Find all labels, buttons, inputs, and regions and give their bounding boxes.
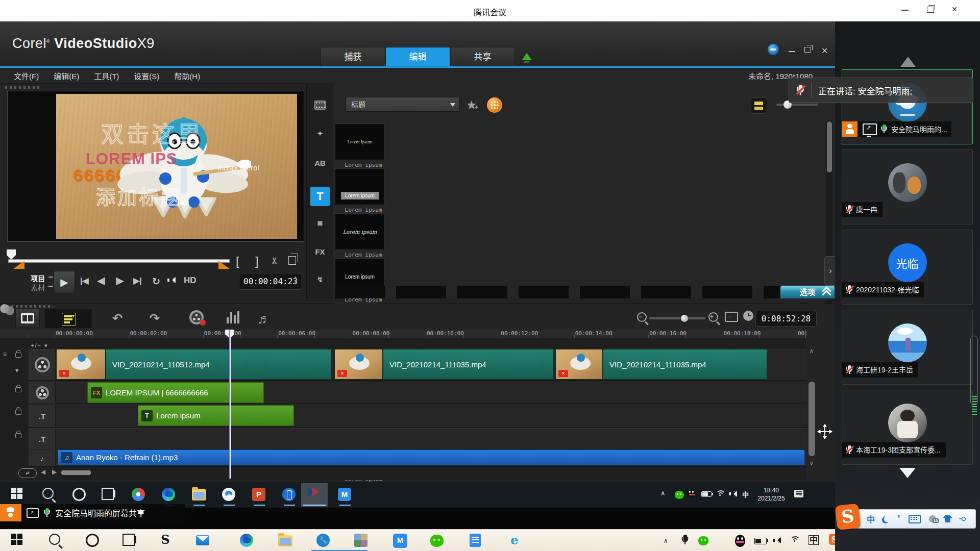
vs-close-button[interactable]: ✕ (821, 46, 828, 56)
chevron-down-icon[interactable]: ▾ (15, 367, 18, 374)
slider-thumb[interactable] (681, 315, 688, 322)
workspace-tab[interactable]: 编辑 (385, 47, 450, 66)
settings-wrench-icon[interactable]: ⚲ (958, 516, 967, 522)
track-lock-icon[interactable] (15, 410, 21, 415)
timeline-ruler[interactable]: 00:00:00:0000:00:02:0000:00:04:0000:00:0… (0, 330, 806, 338)
meeting-taskbar-icon[interactable]: M (393, 534, 407, 548)
wechat-icon[interactable] (430, 534, 445, 548)
punctuation-icon[interactable]: ’ (897, 513, 900, 525)
title-category-icon[interactable]: T (310, 187, 330, 206)
tencent-docs-icon[interactable] (470, 534, 484, 548)
video-clip-thumbnail[interactable]: ✕ (56, 349, 106, 380)
track-lock-icon[interactable] (15, 433, 21, 438)
thumbnail-size-slider[interactable] (776, 104, 818, 106)
participant-tile[interactable]: 海工研19-2王丰岳 (842, 310, 973, 385)
browse-media-icon[interactable] (487, 97, 502, 113)
participant-tile[interactable]: 康一冉 (842, 149, 973, 224)
timeline-vscrollbar[interactable] (808, 382, 815, 456)
transition-category-icon[interactable]: AB (312, 157, 328, 170)
mode-project-label[interactable]: 项目 (31, 273, 45, 283)
template-thumbnail[interactable]: Lorem ipsum (335, 168, 385, 205)
ie-tray-icon[interactable]: e (716, 547, 727, 551)
vs-restore-button[interactable] (804, 47, 811, 53)
scroll-down-arrow[interactable] (899, 468, 916, 486)
template-thumbnail[interactable]: Lorem Ipsum (335, 123, 385, 160)
menu-item[interactable]: 文件(F) (14, 70, 39, 81)
timeline-zoom-slider[interactable] (649, 317, 705, 319)
video-clip[interactable]: VID_20210214_111035.mp4 (603, 349, 767, 380)
tool-icon[interactable]: 🔧 (316, 534, 331, 548)
workspace-tab[interactable]: 共享 (450, 47, 515, 66)
timecode-spinner[interactable]: ▲▼ (292, 274, 299, 288)
ie-icon[interactable]: e (508, 534, 521, 547)
scroll-up-arrow[interactable] (900, 49, 916, 67)
menu-item[interactable]: 帮助(H) (174, 70, 200, 81)
ime-lang-icon[interactable]: 中 (867, 513, 875, 525)
record-capture-icon[interactable] (189, 310, 204, 324)
action-center-icon[interactable] (794, 490, 803, 497)
overlay-track-header[interactable] (29, 382, 56, 404)
videostudio-taskbar-icon[interactable] (308, 488, 322, 502)
title-track-header[interactable]: .T (29, 429, 56, 449)
tray-chevron-icon[interactable]: ∧ (664, 537, 668, 544)
ime-lang-icon[interactable]: 中 (808, 535, 819, 545)
timeline-view-button[interactable]: ▾ (45, 309, 92, 328)
battery-icon[interactable] (754, 538, 767, 544)
participant-tile[interactable]: 本海工19-3团支部宣传委... (842, 390, 973, 465)
mark-out-button[interactable]: ] (255, 254, 259, 268)
scroll-right-button[interactable]: ▶ (52, 468, 57, 475)
soft-keyboard-icon[interactable] (909, 515, 921, 523)
start-button[interactable] (11, 534, 26, 548)
browser-q-icon[interactable] (222, 488, 236, 502)
workspace-tab[interactable]: 捕获 (321, 47, 385, 66)
timeline-timecode[interactable]: 0:08:52:28 (755, 311, 817, 327)
track-list-icon[interactable]: ≡ (3, 350, 7, 358)
sogou-icon[interactable]: S (159, 534, 172, 546)
scroll-left-button[interactable]: ◀ (41, 468, 45, 475)
enlarge-preview-button[interactable] (288, 256, 296, 265)
trim-end-handle[interactable] (218, 261, 230, 269)
video-clip[interactable]: VID_20210214_111035.mp4 (383, 349, 554, 380)
title-template[interactable]: Lorem ipsum Lorem ipsum (335, 168, 396, 213)
powerpoint-icon[interactable]: P (252, 488, 265, 501)
volume-icon[interactable]: ) (773, 537, 781, 544)
edge-icon[interactable] (162, 488, 176, 502)
cortana-icon[interactable] (86, 534, 100, 548)
sogou-logo-icon[interactable]: S (835, 504, 861, 531)
participant-tile[interactable]: 光临 2020211032-张光临 (842, 230, 973, 305)
file-explorer-icon[interactable] (192, 488, 206, 502)
menu-item[interactable]: 编辑(E) (54, 70, 79, 81)
community-globe-icon[interactable] (768, 44, 779, 55)
cortana-icon[interactable] (72, 488, 87, 502)
wifi-icon[interactable] (716, 490, 725, 497)
add-favorite-icon[interactable]: ★+ (466, 98, 477, 112)
wechat-tray-icon[interactable] (698, 535, 708, 545)
preview-scrubber[interactable] (8, 259, 230, 263)
preview-playhead[interactable] (7, 249, 16, 260)
edge-icon[interactable] (240, 534, 254, 548)
panel-grip[interactable] (5, 86, 41, 89)
gallery-dropdown[interactable]: 标题 (346, 97, 460, 112)
trim-start-handle[interactable] (13, 261, 24, 269)
project-duration-icon[interactable] (743, 311, 753, 321)
scrollbar-thumb[interactable] (827, 121, 832, 172)
track-add-remove[interactable]: +/− ▾ (31, 342, 48, 349)
mail-icon[interactable] (196, 534, 210, 548)
title-clip-fx[interactable]: FX LOREM IPSUM | 6666666666 (87, 382, 264, 403)
music-track-header[interactable]: ♪ (29, 450, 56, 466)
go-start-button[interactable]: |◀ (80, 276, 88, 286)
scroll-down-button[interactable]: ∨ (807, 459, 816, 467)
go-end-button[interactable]: ▶| (133, 276, 141, 286)
mark-in-button[interactable]: [ (236, 254, 239, 268)
your-phone-icon[interactable] (282, 488, 297, 502)
menu-item[interactable]: 设置(S) (134, 70, 159, 81)
fit-project-icon[interactable]: ↔ (725, 312, 738, 322)
media-category-icon[interactable] (312, 101, 328, 114)
sound-mixer-icon[interactable] (226, 310, 241, 324)
qq-tray-icon[interactable] (735, 534, 745, 547)
prev-frame-button[interactable]: ◀| (97, 276, 105, 286)
options-button[interactable]: 选项 (780, 286, 835, 298)
title-clip[interactable]: T Lorem ipsum (138, 405, 294, 426)
video-clip[interactable]: VID_20210214_110512.mp4 (106, 349, 331, 380)
title-track-header[interactable]: .T (29, 405, 56, 427)
